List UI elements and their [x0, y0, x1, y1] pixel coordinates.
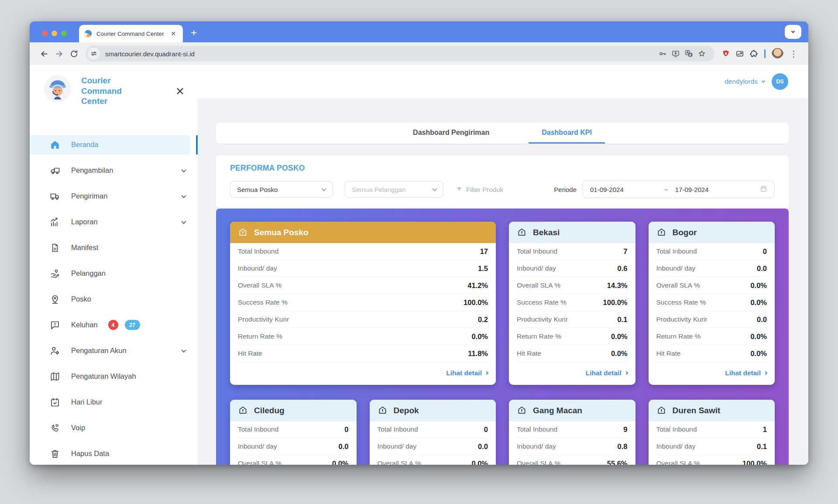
url-text: smartcourier.dev.quadrant-si.id: [105, 50, 656, 58]
chevron-down-icon: [181, 348, 186, 353]
kpi-row: Overall SLA %14.3%: [517, 277, 628, 294]
install-app-icon[interactable]: [669, 47, 682, 60]
kpi-row: Total Inbound1: [656, 421, 767, 438]
tab-title: Courier Command Center: [96, 31, 169, 37]
keluhan-badge-blue: 27: [125, 320, 140, 330]
pickup-truck-icon: [50, 165, 60, 176]
sidebar-item-pengaturan-wilayah[interactable]: Pengaturan Wilayah: [30, 367, 198, 386]
tab-dashboard-pengiriman[interactable]: Dashboard Pengiriman: [400, 123, 502, 144]
kpi-card-header: Ciledug: [230, 400, 357, 421]
bookmark-star-icon[interactable]: [695, 47, 708, 60]
user-gear-icon: [50, 346, 60, 356]
posko-house-icon: [517, 227, 527, 237]
kpi-card-header: Duren Sawit: [649, 400, 775, 421]
tab-dashboard-kpi[interactable]: Dashboard KPI: [529, 123, 605, 144]
periode-label: Periode: [554, 186, 577, 193]
new-tab-button[interactable]: +: [191, 27, 197, 38]
posko-house-icon: [378, 405, 388, 415]
app-logo-avatar: [44, 75, 72, 103]
periode-group: Periode 01-09-2024 ~ 17-09-2024: [554, 181, 775, 198]
kpi-row: Overall SLA %55.6%: [517, 455, 628, 465]
pelanggan-select[interactable]: Semua Pelanggan: [345, 181, 443, 198]
kpi-row: Overall SLA %41.2%: [238, 277, 488, 294]
kpi-card-gang-macan: Gang Macan Total Inbound9 Inbound/ day0.…: [509, 400, 635, 465]
sidebar-item-pelanggan[interactable]: Pelanggan: [30, 264, 198, 283]
user-menu[interactable]: dendylords: [725, 78, 765, 86]
chevron-right-icon: [485, 371, 488, 375]
phone-wifi-icon: [50, 423, 60, 433]
kpi-card-ciledug: Ciledug Total Inbound0 Inbound/ day0.0 O…: [230, 400, 357, 465]
browser-menu-icon[interactable]: ⋮: [786, 49, 801, 59]
sidebar-item-manifest[interactable]: Manifest: [30, 238, 198, 257]
sidebar-item-pengiriman[interactable]: Pengiriman: [30, 187, 198, 206]
kpi-row: Inbound/ day0.0: [238, 438, 349, 455]
kpi-row: Inbound/ day0.6: [517, 260, 628, 277]
kpi-row: Success Rate %100.0%: [238, 294, 488, 311]
sidebar-item-beranda[interactable]: Beranda: [30, 135, 190, 154]
tab-close-icon[interactable]: ✕: [169, 29, 178, 38]
kpi-card-depok: Depok Total Inbound0 Inbound/ day0.0 Ove…: [370, 400, 496, 465]
forward-button[interactable]: [52, 46, 66, 61]
minimize-window-button[interactable]: [52, 31, 57, 36]
tab-search-button[interactable]: [785, 25, 801, 39]
browser-tab[interactable]: Courier Command Center ✕: [79, 25, 183, 42]
sidebar: Courier Command Center ✕ Beranda Pengamb…: [30, 65, 198, 465]
user-avatar[interactable]: DS: [772, 73, 788, 90]
sidebar-item-voip[interactable]: Voip: [30, 418, 198, 438]
translate-icon[interactable]: [682, 47, 695, 60]
sidebar-item-pengambilan[interactable]: Pengambilan: [30, 161, 198, 180]
app-body: Courier Command Center ✕ Beranda Pengamb…: [30, 65, 808, 465]
sidebar-nav: Beranda Pengambilan Pengiriman La: [30, 135, 198, 463]
trash-icon: [50, 449, 60, 459]
browser-profile-avatar[interactable]: [772, 48, 783, 60]
date-separator: ~: [664, 186, 668, 193]
kpi-row: Overall SLA %100.0%: [656, 455, 767, 465]
kpi-row: Hit Rate11.8%: [238, 345, 488, 362]
extensions-puzzle-icon[interactable]: [747, 47, 761, 61]
lihat-detail-link[interactable]: Lihat detail: [509, 362, 635, 385]
window-controls: [42, 31, 67, 36]
dashboard-tabs: Dashboard Pengiriman Dashboard KPI: [216, 123, 789, 144]
lihat-detail-link[interactable]: Lihat detail: [230, 362, 496, 385]
zoom-window-button[interactable]: [61, 31, 67, 36]
sidebar-item-hari-libur[interactable]: Hari Libur: [30, 393, 198, 412]
kpi-row: Inbound/ day0.8: [517, 438, 628, 455]
date-range-picker[interactable]: 01-09-2024 ~ 17-09-2024: [583, 181, 775, 198]
sidebar-item-hapus-data[interactable]: Hapus Data: [30, 444, 198, 463]
calendar-icon: [760, 185, 767, 194]
chevron-down-icon: [321, 186, 326, 191]
kpi-row: Productivity Kurir0.0: [656, 311, 767, 328]
favicon: [84, 30, 92, 38]
sidebar-close-icon[interactable]: ✕: [175, 86, 185, 97]
chevron-down-icon: [181, 168, 186, 172]
app-header: dendylords DS: [198, 65, 808, 98]
site-settings-icon[interactable]: [88, 48, 100, 60]
kpi-row: Total Inbound0: [238, 421, 349, 438]
sidebar-item-pengaturan-akun[interactable]: Pengaturan Akun: [30, 341, 198, 360]
filter-produk-button[interactable]: Filter Produk: [456, 186, 503, 193]
close-window-button[interactable]: [42, 31, 48, 36]
map-icon: [50, 371, 60, 382]
extension-signature-icon[interactable]: [733, 47, 747, 61]
browser-window: Courier Command Center ✕ +: [30, 21, 808, 465]
kpi-row: Total Inbound17: [238, 243, 488, 260]
section-title: PERFORMA POSKO: [230, 164, 775, 173]
reload-button[interactable]: [66, 46, 81, 61]
password-key-icon[interactable]: [656, 47, 669, 60]
kpi-row: Inbound/ day0.0: [656, 260, 767, 277]
main-area: dendylords DS Dashboard Pengiriman Dashb…: [198, 65, 808, 465]
kpi-card-duren-sawit: Duren Sawit Total Inbound1 Inbound/ day0…: [649, 400, 775, 465]
chevron-right-icon: [764, 371, 767, 375]
sidebar-item-posko[interactable]: Posko: [30, 290, 198, 309]
reload-icon: [69, 49, 79, 58]
back-button[interactable]: [37, 46, 52, 61]
adblock-shield-icon[interactable]: [719, 47, 733, 61]
sidebar-item-keluhan[interactable]: Keluhan 4 27: [30, 315, 198, 335]
address-bar[interactable]: smartcourier.dev.quadrant-si.id: [86, 46, 714, 62]
sidebar-item-laporan[interactable]: Laporan: [30, 213, 198, 232]
lihat-detail-link[interactable]: Lihat detail: [649, 362, 775, 385]
app-title: Courier Command Center: [81, 75, 136, 106]
posko-select[interactable]: Semua Posko: [230, 181, 333, 198]
complaint-bubble-icon: [50, 320, 60, 330]
sidebar-header: Courier Command Center ✕: [30, 65, 198, 106]
